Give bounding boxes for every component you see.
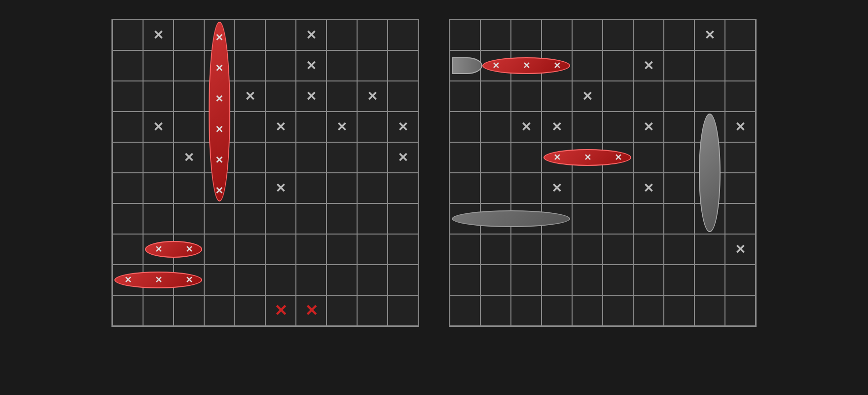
cell-2-3[interactable] <box>174 50 204 81</box>
cell-7-6[interactable] <box>603 203 633 234</box>
cell-4-5[interactable] <box>572 112 603 142</box>
cell-6-8[interactable] <box>326 173 357 203</box>
cell-8-6[interactable] <box>265 234 296 265</box>
cell-10-7[interactable]: ✕ <box>296 295 326 326</box>
cell-5-2[interactable] <box>143 142 174 173</box>
cell-8-7[interactable] <box>633 234 664 265</box>
cell-2-9[interactable] <box>357 50 388 81</box>
cell-7-5[interactable] <box>235 203 265 234</box>
cell-4-6[interactable] <box>603 112 633 142</box>
cell-3-1[interactable] <box>112 81 143 112</box>
cell-8-9[interactable] <box>357 234 388 265</box>
cell-1-1[interactable] <box>450 20 480 50</box>
cell-2-6[interactable] <box>603 50 633 81</box>
enemy-board[interactable]: ✕✕✕✕✕✕✕✕✕✕✕✕✕✕✕✕✕✕✕✕✕✕✕✕✕✕✕✕ <box>111 19 419 327</box>
cell-9-9[interactable] <box>694 265 725 295</box>
cell-6-6[interactable]: ✕ <box>265 173 296 203</box>
cell-5-1[interactable] <box>112 142 143 173</box>
cell-7-8[interactable] <box>664 203 694 234</box>
cell-3-9[interactable]: ✕ <box>357 81 388 112</box>
cell-4-1[interactable] <box>112 112 143 142</box>
cell-3-2[interactable] <box>480 81 511 112</box>
cell-6-7[interactable] <box>296 173 326 203</box>
cell-5-5[interactable] <box>235 142 265 173</box>
cell-9-8[interactable] <box>664 265 694 295</box>
cell-7-10[interactable] <box>725 203 756 234</box>
cell-6-10[interactable] <box>388 173 418 203</box>
cell-1-9[interactable] <box>357 20 388 50</box>
cell-10-3[interactable] <box>174 295 204 326</box>
cell-2-8[interactable] <box>326 50 357 81</box>
cell-9-5[interactable] <box>235 265 265 295</box>
cell-5-6[interactable] <box>265 142 296 173</box>
cell-8-8[interactable] <box>326 234 357 265</box>
cell-7-8[interactable] <box>326 203 357 234</box>
cell-3-9[interactable] <box>694 81 725 112</box>
cell-4-4[interactable]: ✕ <box>542 112 572 142</box>
cell-9-9[interactable] <box>357 265 388 295</box>
cell-8-10[interactable]: ✕ <box>725 234 756 265</box>
cell-3-4[interactable] <box>542 81 572 112</box>
cell-5-9[interactable] <box>357 142 388 173</box>
cell-3-10[interactable] <box>388 81 418 112</box>
cell-2-5[interactable] <box>235 50 265 81</box>
cell-9-5[interactable] <box>572 265 603 295</box>
cell-2-8[interactable] <box>664 50 694 81</box>
cell-6-1[interactable] <box>450 173 480 203</box>
cell-3-3[interactable] <box>174 81 204 112</box>
cell-9-10[interactable] <box>725 265 756 295</box>
cell-10-4[interactable] <box>204 295 235 326</box>
cell-7-9[interactable] <box>357 203 388 234</box>
cell-9-10[interactable] <box>388 265 418 295</box>
cell-1-10[interactable] <box>725 20 756 50</box>
cell-1-8[interactable] <box>664 20 694 50</box>
cell-5-7[interactable] <box>633 142 664 173</box>
cell-10-1[interactable] <box>450 295 480 326</box>
cell-6-5[interactable] <box>235 173 265 203</box>
cell-9-1[interactable] <box>450 265 480 295</box>
cell-1-10[interactable] <box>388 20 418 50</box>
cell-2-10[interactable] <box>388 50 418 81</box>
cell-10-9[interactable] <box>694 295 725 326</box>
cell-9-7[interactable] <box>633 265 664 295</box>
cell-4-5[interactable] <box>235 112 265 142</box>
cell-10-7[interactable] <box>633 295 664 326</box>
cell-10-6[interactable]: ✕ <box>265 295 296 326</box>
cell-8-6[interactable] <box>603 234 633 265</box>
cell-4-3[interactable] <box>174 112 204 142</box>
cell-4-3[interactable]: ✕ <box>511 112 542 142</box>
cell-9-4[interactable] <box>542 265 572 295</box>
cell-7-7[interactable] <box>633 203 664 234</box>
cell-3-5[interactable]: ✕ <box>235 81 265 112</box>
cell-7-4[interactable] <box>204 203 235 234</box>
cell-10-5[interactable] <box>235 295 265 326</box>
cell-3-8[interactable] <box>326 81 357 112</box>
cell-1-6[interactable] <box>265 20 296 50</box>
cell-3-6[interactable] <box>265 81 296 112</box>
cell-8-10[interactable] <box>388 234 418 265</box>
cell-4-8[interactable] <box>664 112 694 142</box>
cell-5-2[interactable] <box>480 142 511 173</box>
cell-7-6[interactable] <box>265 203 296 234</box>
cell-10-4[interactable] <box>542 295 572 326</box>
cell-6-3[interactable] <box>511 173 542 203</box>
cell-2-10[interactable] <box>725 50 756 81</box>
cell-6-4[interactable]: ✕ <box>542 173 572 203</box>
cell-9-2[interactable] <box>480 265 511 295</box>
cell-1-3[interactable] <box>174 20 204 50</box>
cell-2-7[interactable]: ✕ <box>633 50 664 81</box>
cell-8-5[interactable] <box>235 234 265 265</box>
cell-9-3[interactable] <box>511 265 542 295</box>
cell-6-6[interactable] <box>603 173 633 203</box>
cell-1-3[interactable] <box>511 20 542 50</box>
cell-4-2[interactable] <box>480 112 511 142</box>
cell-3-5[interactable]: ✕ <box>572 81 603 112</box>
cell-5-10[interactable] <box>725 142 756 173</box>
cell-4-7[interactable] <box>296 112 326 142</box>
cell-7-2[interactable] <box>143 203 174 234</box>
cell-3-6[interactable] <box>603 81 633 112</box>
cell-6-1[interactable] <box>112 173 143 203</box>
cell-8-4[interactable] <box>204 234 235 265</box>
cell-1-5[interactable] <box>235 20 265 50</box>
cell-7-1[interactable] <box>112 203 143 234</box>
